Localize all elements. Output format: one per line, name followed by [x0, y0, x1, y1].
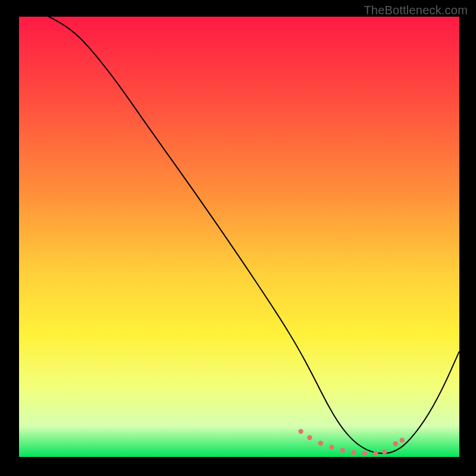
watermark-text: TheBottleneck.com	[364, 4, 468, 17]
chart-svg	[19, 17, 459, 457]
optimum-marker	[382, 450, 387, 455]
optimum-marker	[298, 429, 303, 434]
optimum-marker	[373, 451, 378, 456]
chart-plot-area	[19, 17, 459, 457]
optimum-marker	[393, 441, 398, 446]
optimum-marker	[318, 441, 323, 446]
optimum-marker	[329, 445, 334, 450]
optimum-marker	[400, 438, 405, 443]
optimum-marker	[351, 450, 356, 455]
optimum-marker	[362, 451, 367, 456]
optimum-marker	[340, 448, 345, 453]
optimum-marker	[307, 435, 312, 440]
gradient-background	[19, 17, 459, 457]
